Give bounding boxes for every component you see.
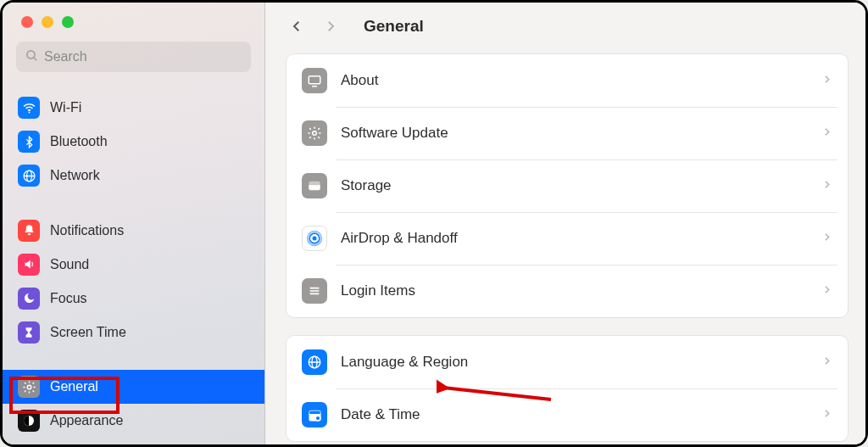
fullscreen-window-button[interactable]: [62, 16, 74, 28]
sidebar-item-wifi[interactable]: Wi-Fi: [3, 91, 264, 125]
svg-point-24: [315, 416, 320, 421]
page-title: General: [364, 17, 424, 36]
row-label: Storage: [341, 177, 821, 194]
svg-point-13: [313, 237, 317, 241]
airdrop-icon: [302, 226, 327, 251]
sidebar-item-sound[interactable]: Sound: [3, 248, 264, 282]
sidebar-item-label: Focus: [50, 292, 87, 305]
sidebar-item-bluetooth[interactable]: Bluetooth: [3, 125, 264, 159]
sidebar-item-label: General: [50, 380, 98, 394]
content-header: General: [265, 3, 865, 50]
row-about[interactable]: About: [287, 54, 848, 107]
hourglass-icon: [18, 321, 40, 344]
nav-back-button[interactable]: [284, 14, 309, 39]
sidebar-item-label: Notifications: [50, 224, 124, 237]
row-language-region[interactable]: Language & Region: [287, 336, 848, 388]
svg-point-2: [28, 111, 30, 113]
svg-line-1: [34, 57, 36, 59]
sidebar-item-label: Screen Time: [50, 326, 126, 339]
svg-point-10: [313, 131, 317, 136]
sidebar-item-screentime[interactable]: Screen Time: [3, 316, 264, 349]
row-label: Login Items: [341, 282, 821, 299]
row-date-time[interactable]: Date & Time: [287, 388, 848, 441]
speaker-icon: [18, 254, 40, 276]
row-airdrop-handoff[interactable]: AirDrop & Handoff: [287, 212, 848, 265]
gear-icon: [302, 120, 327, 146]
chevron-right-icon: [821, 355, 832, 370]
close-window-button[interactable]: [21, 16, 33, 28]
row-label: Language & Region: [341, 354, 821, 371]
globe-icon: [302, 349, 327, 375]
sidebar-item-label: Sound: [50, 258, 89, 271]
display-icon: [302, 68, 327, 93]
sidebar-item-network[interactable]: Network: [3, 159, 264, 193]
sidebar-item-focus[interactable]: Focus: [3, 282, 264, 316]
sidebar-item-label: Appearance: [50, 414, 123, 427]
row-login-items[interactable]: Login Items: [287, 265, 848, 317]
gear-icon: [18, 376, 40, 398]
nav-forward-button[interactable]: [318, 14, 343, 39]
row-label: About: [341, 72, 821, 89]
bluetooth-icon: [18, 131, 40, 153]
minimize-window-button[interactable]: [42, 16, 53, 28]
search-field[interactable]: [16, 42, 251, 72]
svg-point-6: [27, 385, 31, 389]
chevron-right-icon: [821, 231, 832, 246]
settings-panel: Language & Region Date & Time: [286, 335, 849, 442]
main-pane: General About Software Update: [265, 3, 865, 444]
row-software-update[interactable]: Software Update: [287, 107, 848, 159]
sidebar-item-general[interactable]: General: [3, 370, 264, 404]
appearance-icon: [18, 410, 40, 432]
chevron-right-icon: [821, 283, 832, 299]
sidebar-item-label: Wi-Fi: [50, 101, 81, 115]
moon-icon: [18, 288, 40, 310]
calendar-icon: [302, 402, 327, 427]
chevron-right-icon: [821, 178, 832, 193]
svg-rect-12: [309, 182, 320, 186]
bell-icon: [18, 220, 40, 242]
chevron-right-icon: [821, 73, 832, 88]
row-label: AirDrop & Handoff: [341, 230, 821, 247]
settings-panel: About Software Update Storage: [286, 53, 849, 318]
svg-rect-23: [309, 411, 320, 414]
chevron-right-icon: [821, 126, 832, 141]
svg-rect-8: [309, 76, 320, 84]
sidebar-item-notifications[interactable]: Notifications: [3, 214, 264, 248]
disk-icon: [302, 173, 327, 198]
window-controls: [3, 3, 264, 42]
search-icon: [25, 48, 44, 66]
sidebar-item-label: Network: [50, 169, 100, 182]
wifi-icon: [18, 97, 40, 119]
row-label: Software Update: [341, 125, 821, 142]
row-storage[interactable]: Storage: [287, 159, 848, 212]
sidebar: Wi-Fi Bluetooth Network Notifications: [3, 3, 265, 444]
globe-icon: [18, 165, 40, 187]
sidebar-item-label: Bluetooth: [50, 135, 108, 148]
list-icon: [302, 278, 327, 304]
chevron-right-icon: [821, 407, 832, 422]
sidebar-item-appearance[interactable]: Appearance: [3, 404, 264, 438]
search-input[interactable]: [44, 49, 242, 64]
row-label: Date & Time: [341, 406, 821, 423]
svg-point-0: [27, 50, 35, 58]
